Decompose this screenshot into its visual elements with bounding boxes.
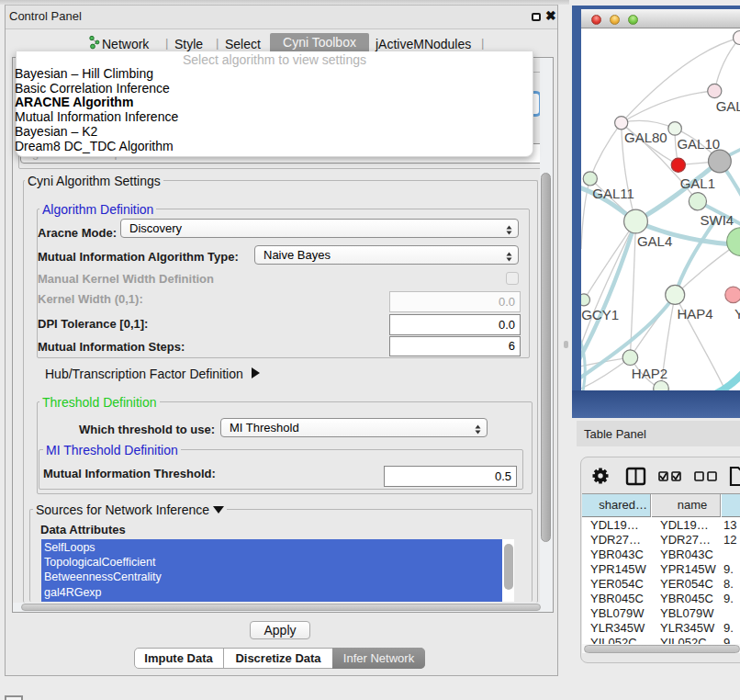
svg-text:GAL11: GAL11 [592,186,634,201]
svg-text:GAL2: GAL2 [716,98,740,114]
svg-text:GAL80: GAL80 [624,130,667,145]
svg-text:Y: Y [734,306,740,322]
svg-text:GAL1: GAL1 [680,175,715,191]
svg-text:SWI4: SWI4 [701,212,734,228]
svg-text:GAL10: GAL10 [677,136,720,152]
svg-text:HAP4: HAP4 [677,306,712,322]
svg-text:GAL4: GAL4 [637,233,672,249]
svg-text:HAP2: HAP2 [632,366,667,381]
svg-text:GCY1: GCY1 [581,307,619,322]
